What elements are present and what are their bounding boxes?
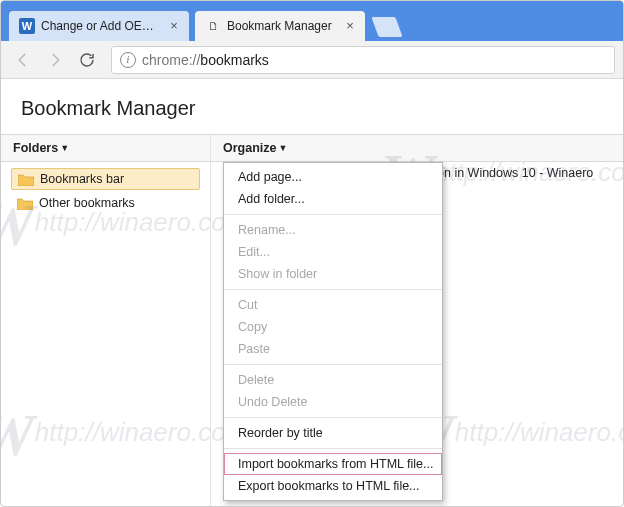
close-icon[interactable]: ×: [167, 19, 181, 33]
menu-undo-delete: Undo Delete: [224, 391, 442, 413]
folder-icon: [18, 173, 34, 186]
menu-cut: Cut: [224, 294, 442, 316]
folders-sidebar: Bookmarks bar Other bookmarks: [1, 162, 211, 507]
browser-tab-0[interactable]: W Change or Add OEM Sup ×: [9, 11, 189, 41]
tab-title: Bookmark Manager: [227, 19, 337, 33]
menu-delete: Delete: [224, 369, 442, 391]
menu-import-bookmarks[interactable]: Import bookmarks from HTML file...: [224, 453, 442, 475]
tab-strip: W Change or Add OEM Sup × 🗋 Bookmark Man…: [1, 1, 623, 41]
menu-separator: [224, 364, 442, 365]
caret-down-icon: ▼: [60, 143, 69, 153]
folder-other-bookmarks[interactable]: Other bookmarks: [11, 192, 200, 214]
menu-copy: Copy: [224, 316, 442, 338]
favicon-generic-icon: 🗋: [205, 18, 221, 34]
folders-column-header[interactable]: Folders▼: [1, 135, 211, 161]
folder-icon: [17, 197, 33, 210]
caret-down-icon: ▼: [279, 143, 288, 153]
arrow-left-icon: [14, 51, 32, 69]
menu-reorder-by-title[interactable]: Reorder by title: [224, 422, 442, 444]
site-info-icon[interactable]: i: [120, 52, 136, 68]
reload-icon: [78, 51, 96, 69]
close-icon[interactable]: ×: [343, 19, 357, 33]
content-area: Bookmarks bar Other bookmarks on in Wind…: [1, 162, 623, 507]
menu-add-folder[interactable]: Add folder...: [224, 188, 442, 210]
organize-dropdown-menu: Add page... Add folder... Rename... Edit…: [223, 162, 443, 501]
browser-toolbar: i chrome://bookmarks: [1, 41, 623, 79]
url-protocol: chrome://: [142, 52, 200, 68]
tab-title: Change or Add OEM Sup: [41, 19, 161, 33]
folder-label: Other bookmarks: [39, 196, 135, 210]
page-header: Bookmark Manager: [1, 79, 623, 135]
menu-separator: [224, 448, 442, 449]
organize-label: Organize: [223, 141, 277, 155]
forward-button[interactable]: [41, 46, 69, 74]
column-headers: Folders▼ Organize▼: [1, 135, 623, 162]
back-button[interactable]: [9, 46, 37, 74]
menu-show-in-folder: Show in folder: [224, 263, 442, 285]
menu-separator: [224, 289, 442, 290]
menu-export-bookmarks[interactable]: Export bookmarks to HTML file...: [224, 475, 442, 497]
arrow-right-icon: [46, 51, 64, 69]
bookmark-item-partial[interactable]: on in Windows 10 - Winaero: [437, 166, 593, 180]
menu-paste: Paste: [224, 338, 442, 360]
menu-add-page[interactable]: Add page...: [224, 166, 442, 188]
folders-label: Folders: [13, 141, 58, 155]
folder-bookmarks-bar[interactable]: Bookmarks bar: [11, 168, 200, 190]
menu-rename: Rename...: [224, 219, 442, 241]
menu-separator: [224, 417, 442, 418]
browser-tab-1[interactable]: 🗋 Bookmark Manager ×: [195, 11, 365, 41]
favicon-w-icon: W: [19, 18, 35, 34]
menu-separator: [224, 214, 442, 215]
url-path: bookmarks: [200, 52, 268, 68]
folder-label: Bookmarks bar: [40, 172, 124, 186]
address-bar[interactable]: i chrome://bookmarks: [111, 46, 615, 74]
reload-button[interactable]: [73, 46, 101, 74]
page-title: Bookmark Manager: [21, 97, 603, 120]
menu-edit: Edit...: [224, 241, 442, 263]
organize-column-header[interactable]: Organize▼: [211, 135, 623, 161]
new-tab-button[interactable]: [371, 17, 402, 37]
